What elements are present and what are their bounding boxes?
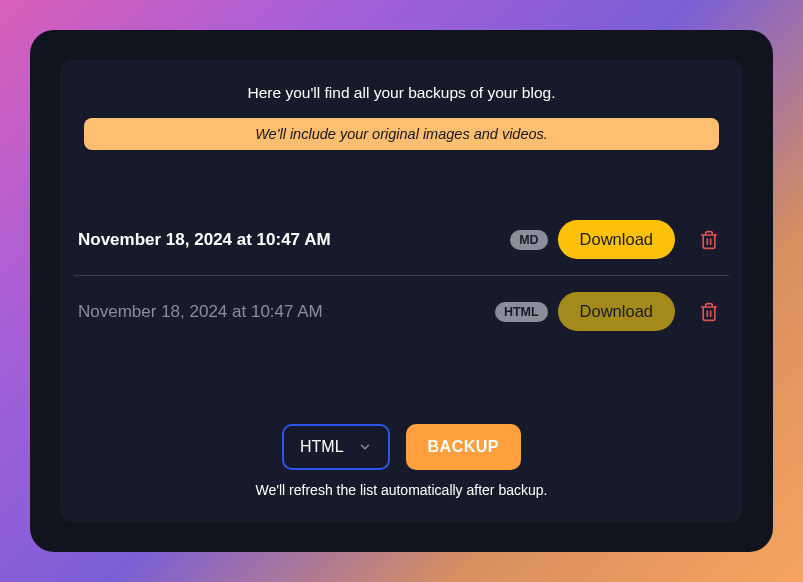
delete-button[interactable] <box>695 297 723 327</box>
chevron-down-icon <box>358 440 372 454</box>
format-badge: HTML <box>495 302 548 322</box>
format-select-value: HTML <box>300 438 344 456</box>
refresh-hint: We'll refresh the list automatically aft… <box>256 482 548 498</box>
backup-date: November 18, 2024 at 10:47 AM <box>74 302 495 322</box>
backup-list: November 18, 2024 at 10:47 AM MD Downloa… <box>74 204 729 400</box>
backup-row: November 18, 2024 at 10:47 AM MD Downloa… <box>74 204 729 276</box>
backup-button[interactable]: BACKUP <box>406 424 521 470</box>
backup-date: November 18, 2024 at 10:47 AM <box>74 230 510 250</box>
backup-card: Here you'll find all your backups of you… <box>30 30 773 552</box>
trash-icon <box>699 301 719 323</box>
download-button[interactable]: Download <box>558 292 675 331</box>
panel-description: Here you'll find all your backups of you… <box>74 84 729 102</box>
download-button[interactable]: Download <box>558 220 675 259</box>
bottom-controls: HTML BACKUP We'll refresh the list autom… <box>74 424 729 498</box>
format-badge: MD <box>510 230 547 250</box>
trash-icon <box>699 229 719 251</box>
backup-row: November 18, 2024 at 10:47 AM HTML Downl… <box>74 276 729 347</box>
notice-banner: We'll include your original images and v… <box>84 118 719 150</box>
delete-button[interactable] <box>695 225 723 255</box>
format-select[interactable]: HTML <box>282 424 390 470</box>
control-row: HTML BACKUP <box>282 424 521 470</box>
backup-panel: Here you'll find all your backups of you… <box>60 60 743 522</box>
